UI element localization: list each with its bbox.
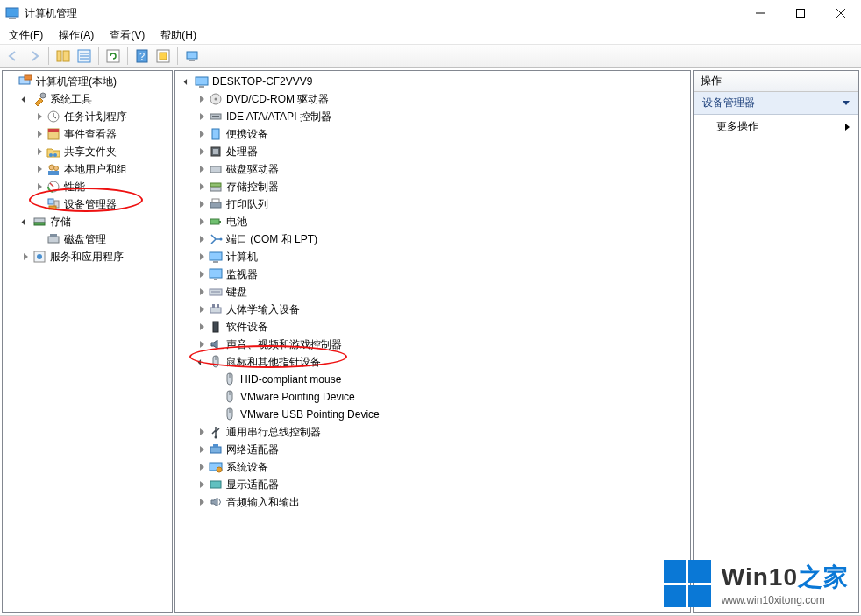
device-tree-pane[interactable]: DESKTOP-CF2VVV9 DVD/CD-ROM 驱动器 IDE ATA/A…	[174, 70, 691, 613]
cat-storage-controller[interactable]: 存储控制器	[195, 178, 690, 195]
cat-display[interactable]: 显示适配器	[195, 476, 690, 493]
tree-task-scheduler[interactable]: 任务计划程序	[32, 108, 172, 125]
expander-closed-icon[interactable]	[32, 162, 46, 176]
tree-performance[interactable]: 性能	[32, 178, 172, 195]
expander-closed-icon[interactable]	[195, 197, 209, 211]
expander-closed-icon[interactable]	[195, 92, 209, 106]
expander-open-icon[interactable]	[181, 74, 195, 89]
expander-closed-icon[interactable]	[195, 337, 209, 351]
actions-pane[interactable]: 操作 设备管理器 更多操作	[693, 70, 859, 613]
cat-print[interactable]: 打印队列	[195, 195, 690, 213]
tree-label: 设备管理器	[64, 197, 117, 212]
expander-closed-icon[interactable]	[195, 110, 209, 124]
expander-closed-icon[interactable]	[195, 302, 209, 316]
cat-usb[interactable]: 通用串行总线控制器	[195, 423, 690, 441]
expander-open-icon[interactable]	[195, 355, 209, 369]
expander-closed-icon[interactable]	[195, 460, 209, 474]
cat-dvd[interactable]: DVD/CD-ROM 驱动器	[195, 90, 690, 108]
titlebar[interactable]: 计算机管理	[0, 0, 861, 26]
expander-closed-icon[interactable]	[195, 232, 209, 246]
expander-closed-icon[interactable]	[195, 215, 209, 229]
tree-device-manager[interactable]: 设备管理器	[32, 195, 172, 213]
console-tree-pane[interactable]: 计算机管理(本地) 系统工具 任务计划程序 事件查看器	[2, 70, 173, 613]
expander-closed-icon[interactable]	[32, 127, 46, 141]
back-button[interactable]	[4, 46, 23, 66]
tree-computer-management[interactable]: 计算机管理(本地)	[4, 73, 172, 90]
show-hide-tree-button[interactable]	[53, 46, 73, 66]
expander-open-icon[interactable]	[18, 215, 32, 229]
help-button[interactable]: ?	[132, 46, 152, 66]
toolbar: ?	[0, 44, 861, 68]
expander-closed-icon[interactable]	[18, 250, 32, 264]
expander-closed-icon[interactable]	[32, 180, 46, 194]
device-label: 系统设备	[226, 460, 268, 475]
svg-rect-33	[49, 206, 56, 209]
close-button[interactable]	[821, 0, 861, 26]
view-computers-button[interactable]	[182, 46, 202, 66]
tree-services-apps[interactable]: 服务和应用程序	[18, 248, 172, 266]
cat-ide[interactable]: IDE ATA/ATAPI 控制器	[195, 108, 690, 125]
cat-software[interactable]: 软件设备	[195, 318, 690, 336]
tree-disk-management[interactable]: 磁盘管理	[32, 230, 172, 248]
minimize-button[interactable]	[740, 0, 780, 26]
cat-system[interactable]: 系统设备	[195, 458, 690, 476]
expander-closed-icon[interactable]	[195, 162, 209, 176]
expander-closed-icon[interactable]	[195, 478, 209, 492]
expander-closed-icon[interactable]	[195, 267, 209, 281]
expander-closed-icon[interactable]	[195, 495, 209, 509]
cat-hid[interactable]: 人体学输入设备	[195, 301, 690, 318]
menu-file[interactable]: 文件(F)	[2, 27, 50, 44]
svg-point-26	[53, 153, 57, 157]
expander-closed-icon[interactable]	[32, 145, 46, 159]
tree-shared-folders[interactable]: 共享文件夹	[32, 143, 172, 160]
cat-computer[interactable]: 计算机	[195, 248, 690, 266]
cat-network[interactable]: 网络适配器	[195, 441, 690, 458]
expander-closed-icon[interactable]	[195, 285, 209, 299]
device-root[interactable]: DESKTOP-CF2VVV9	[181, 73, 690, 90]
device-label: 人体学输入设备	[226, 302, 300, 317]
svg-rect-48	[213, 149, 218, 154]
expander-closed-icon[interactable]	[195, 127, 209, 141]
expander-closed-icon[interactable]	[195, 180, 209, 194]
cat-sound[interactable]: 声音、视频和游戏控制器	[195, 336, 690, 353]
cat-mouse[interactable]: 鼠标和其他指针设备	[195, 353, 690, 371]
options-button[interactable]	[153, 46, 173, 66]
tree-storage[interactable]: 存储	[18, 213, 172, 230]
cat-audio[interactable]: 音频输入和输出	[195, 493, 690, 511]
svg-point-43	[215, 98, 217, 101]
cat-portable[interactable]: 便携设备	[195, 125, 690, 143]
cat-battery[interactable]: 电池	[195, 213, 690, 230]
expander-open-icon[interactable]	[18, 92, 32, 106]
tree-system-tools[interactable]: 系统工具	[18, 90, 172, 108]
expander-closed-icon[interactable]	[32, 110, 46, 124]
properties-button[interactable]	[75, 46, 94, 66]
dev-hid-mouse[interactable]: HID-compliant mouse	[209, 371, 690, 388]
action-more[interactable]: 更多操作	[694, 115, 858, 138]
tree-event-viewer[interactable]: 事件查看器	[32, 125, 172, 143]
refresh-button[interactable]	[103, 46, 123, 66]
expander-closed-icon[interactable]	[195, 250, 209, 264]
dev-vmware-pointing[interactable]: VMware Pointing Device	[209, 388, 690, 406]
menu-action[interactable]: 操作(A)	[52, 27, 101, 44]
cat-monitor[interactable]: 监视器	[195, 266, 690, 283]
actions-section[interactable]: 设备管理器	[694, 92, 858, 115]
expander-closed-icon[interactable]	[195, 425, 209, 439]
dev-vmware-usb-pointing[interactable]: VMware USB Pointing Device	[209, 406, 690, 423]
tree-label: 服务和应用程序	[50, 250, 124, 265]
menu-view[interactable]: 查看(V)	[103, 27, 152, 44]
svg-rect-1	[9, 18, 16, 19]
maximize-button[interactable]	[780, 0, 821, 26]
cat-keyboard[interactable]: 键盘	[195, 283, 690, 301]
cat-ports[interactable]: 端口 (COM 和 LPT)	[195, 230, 690, 248]
expander-closed-icon[interactable]	[195, 145, 209, 159]
forward-button[interactable]	[25, 46, 44, 66]
tree-local-users[interactable]: 本地用户和组	[32, 160, 172, 178]
menu-help[interactable]: 帮助(H)	[153, 27, 203, 44]
actions-section-label: 设备管理器	[702, 96, 755, 110]
expander-closed-icon[interactable]	[195, 443, 209, 457]
expander-closed-icon[interactable]	[195, 320, 209, 334]
toolbar-divider	[98, 47, 99, 65]
computer-icon	[195, 74, 209, 89]
cat-disk[interactable]: 磁盘驱动器	[195, 160, 690, 178]
cat-cpu[interactable]: 处理器	[195, 143, 690, 160]
